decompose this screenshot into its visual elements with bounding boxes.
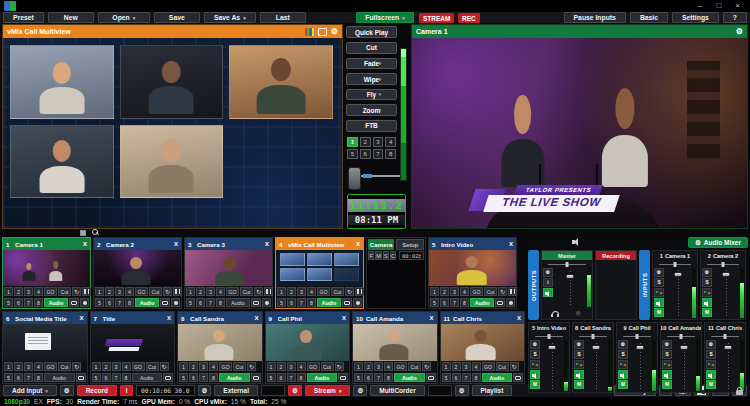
cue-8-button[interactable]: 8 xyxy=(34,373,43,382)
input-panel-camera1[interactable]: 1Camera 1X 1234GOCut↻ 5678Audio xyxy=(2,237,91,309)
help-button[interactable]: ? xyxy=(723,12,747,23)
record-info-button[interactable]: i xyxy=(120,385,133,396)
solo-button[interactable]: S xyxy=(702,278,712,287)
cue-6-button[interactable]: 6 xyxy=(287,298,296,307)
cue-2-button[interactable]: 2 xyxy=(287,287,296,296)
cue-2-button[interactable]: 2 xyxy=(105,287,114,296)
go-button[interactable]: GO xyxy=(219,362,232,371)
volume-fader[interactable] xyxy=(713,268,739,318)
gear-icon[interactable]: ⚙ xyxy=(706,340,716,349)
speaker-icon[interactable] xyxy=(662,370,672,379)
cue-1-button[interactable]: 1 xyxy=(442,362,451,371)
mute-button[interactable]: M xyxy=(530,380,540,389)
program-video[interactable]: TAYLOR PRESENTS THE LIVE SHOW xyxy=(412,38,747,228)
cue-6-button[interactable]: 6 xyxy=(14,373,23,382)
pan-slider[interactable] xyxy=(659,261,691,267)
cue-7-button[interactable]: 7 xyxy=(374,373,383,382)
cue-8-button[interactable]: 8 xyxy=(216,298,225,307)
cue-4-button[interactable]: 4 xyxy=(125,287,134,296)
colorbars-icon[interactable] xyxy=(305,28,314,36)
cue-7-button[interactable]: 7 xyxy=(450,298,459,307)
cue-5-button[interactable]: 5 xyxy=(92,373,101,382)
cue-8-button[interactable]: 8 xyxy=(307,298,316,307)
open-button[interactable]: Open▾ xyxy=(98,12,150,23)
cue-5-button[interactable]: 5 xyxy=(179,373,188,382)
save-as-button[interactable]: Save As▾ xyxy=(204,12,256,23)
last-button[interactable]: Last xyxy=(260,12,306,23)
maximize-icon[interactable]: □ xyxy=(716,2,721,10)
cue-7-button[interactable]: 7 xyxy=(287,373,296,382)
close-input-icon[interactable]: X xyxy=(265,241,269,247)
bus-routing-icon[interactable] xyxy=(618,360,628,369)
cue-3-button[interactable]: 3 xyxy=(450,287,459,296)
bus-routing-icon[interactable] xyxy=(654,288,664,297)
loop-icon[interactable]: ↻ xyxy=(160,362,169,371)
input-thumbnail[interactable] xyxy=(94,250,181,286)
audio-toggle-button[interactable]: Audio xyxy=(226,298,250,307)
headphones-icon[interactable] xyxy=(552,311,559,317)
cue-1-button[interactable]: 1 xyxy=(186,287,195,296)
cue-6-button[interactable]: 6 xyxy=(452,373,461,382)
speaker-icon[interactable] xyxy=(530,370,540,379)
pause-icon[interactable] xyxy=(173,287,182,296)
cue-8-button[interactable]: 8 xyxy=(472,373,481,382)
new-button[interactable]: New xyxy=(48,12,94,23)
cue-1-button[interactable]: 1 xyxy=(430,287,439,296)
solo-monitor-icon[interactable] xyxy=(80,298,89,307)
cue-7-button[interactable]: 7 xyxy=(297,298,306,307)
input-thumbnail[interactable] xyxy=(266,324,350,361)
input-panel-camera2[interactable]: 2Camera 2X 1234GOCut↻ 5678Audio xyxy=(93,237,182,309)
volume-fader[interactable] xyxy=(717,340,739,391)
cue-4-button[interactable]: 4 xyxy=(384,362,393,371)
cue-1-button[interactable]: 1 xyxy=(179,362,188,371)
audio-toggle-button[interactable]: Audio xyxy=(307,373,338,382)
stinger-7-button[interactable]: 7 xyxy=(373,149,384,159)
close-input-icon[interactable]: X xyxy=(79,315,83,321)
cue-2-button[interactable]: 2 xyxy=(102,362,111,371)
fullscreen-out-icon[interactable] xyxy=(513,373,523,382)
cue-3-button[interactable]: 3 xyxy=(462,362,471,371)
info-button[interactable]: i xyxy=(543,278,553,287)
cue-6-button[interactable]: 6 xyxy=(105,298,114,307)
cue-3-button[interactable]: 3 xyxy=(24,362,33,371)
speaker-icon[interactable] xyxy=(702,298,712,307)
minimize-icon[interactable]: – xyxy=(698,2,702,10)
cue-8-button[interactable]: 8 xyxy=(297,373,306,382)
layout-grid-icon[interactable] xyxy=(80,230,86,236)
transition-fly-button[interactable]: Fly▾ xyxy=(346,89,397,101)
solo-button[interactable]: S xyxy=(530,350,540,359)
go-button[interactable]: GO xyxy=(44,287,57,296)
cue-1-button[interactable]: 1 xyxy=(4,287,13,296)
cue-8-button[interactable]: 8 xyxy=(384,373,393,382)
cue-1-button[interactable]: 1 xyxy=(95,287,104,296)
cue-3-button[interactable]: 3 xyxy=(287,362,296,371)
cue-6-button[interactable]: 6 xyxy=(14,298,23,307)
pan-slider[interactable] xyxy=(579,333,607,339)
pause-icon[interactable] xyxy=(508,287,517,296)
ftb-button[interactable]: FTB xyxy=(346,120,397,132)
settings-button[interactable]: Settings xyxy=(672,12,719,23)
go-button[interactable]: GO xyxy=(132,362,145,371)
fullscreen-out-icon[interactable] xyxy=(495,298,505,307)
fullscreen-out-icon[interactable] xyxy=(338,373,348,382)
bus-routing-icon[interactable] xyxy=(530,360,540,369)
cue-1-button[interactable]: 1 xyxy=(267,362,276,371)
mute-button[interactable]: M xyxy=(702,308,712,317)
close-input-icon[interactable]: X xyxy=(174,241,178,247)
cue-4-button[interactable]: 4 xyxy=(216,287,225,296)
gear-icon[interactable]: ⚙ xyxy=(736,28,743,36)
playlist-settings-gear-icon[interactable]: ⚙ xyxy=(455,385,469,396)
mute-button[interactable]: M xyxy=(654,308,664,317)
cue-7-button[interactable]: 7 xyxy=(199,373,208,382)
cue-4-button[interactable]: 4 xyxy=(460,287,469,296)
stinger-4-button[interactable]: 4 xyxy=(385,137,396,147)
headphone-volume-knob[interactable] xyxy=(575,310,582,317)
fullscreen-out-icon[interactable] xyxy=(342,298,352,307)
gear-icon[interactable]: ⚙ xyxy=(618,340,628,349)
mute-button[interactable]: M xyxy=(618,380,628,389)
cut-button[interactable]: Cut xyxy=(58,362,71,371)
cue-6-button[interactable]: 6 xyxy=(189,373,198,382)
loop-icon[interactable]: ↻ xyxy=(510,362,519,371)
go-button[interactable]: GO xyxy=(470,287,483,296)
cue-3-button[interactable]: 3 xyxy=(206,287,215,296)
